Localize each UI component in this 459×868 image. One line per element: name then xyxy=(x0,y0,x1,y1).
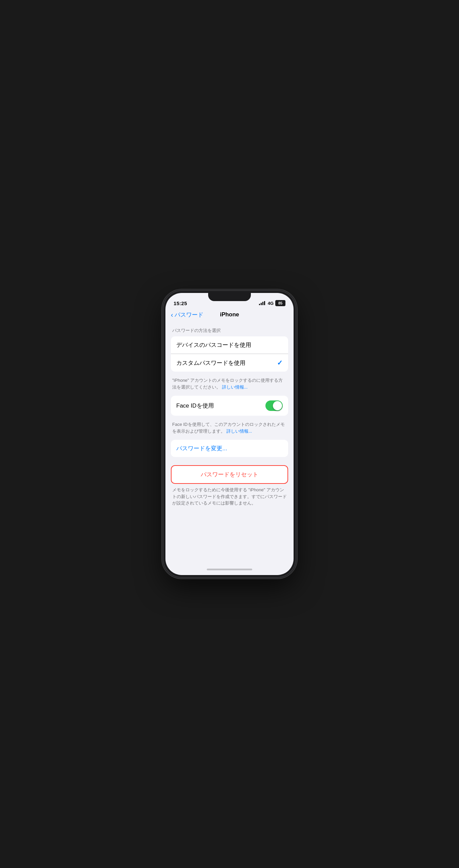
face-id-label: Face IDを使用 xyxy=(176,402,214,410)
content-area: パスワードの方法を選択 デバイスのパスコードを使用 カスタムパスワードを使用 ✓… xyxy=(165,321,294,564)
back-chevron-icon: ‹ xyxy=(171,311,173,318)
reset-password-section: パスワードをリセット メモをロックするために今後使用する "iPhone" アカ… xyxy=(171,465,288,509)
status-icons: 4G 85 xyxy=(259,300,285,306)
reset-password-description: メモをロックするために今後使用する "iPhone" アカウントの新しいパスワー… xyxy=(171,484,288,509)
password-options-card: デバイスのパスコードを使用 カスタムパスワードを使用 ✓ xyxy=(171,336,288,372)
custom-password-label: カスタムパスワードを使用 xyxy=(176,359,245,367)
checkmark-icon: ✓ xyxy=(277,359,283,367)
notch xyxy=(208,291,251,301)
phone-frame: 15:25 4G 85 ‹ パスワード iPhone xyxy=(163,291,296,577)
device-passcode-label: デバイスのパスコードを使用 xyxy=(176,341,251,349)
battery-icon: 85 xyxy=(275,300,285,306)
password-description: "iPhone" アカウントのメモをロックするのに使用する方法を選択してください… xyxy=(171,374,288,396)
nav-bar: ‹ パスワード iPhone xyxy=(165,310,294,321)
reset-password-button[interactable]: パスワードをリセット xyxy=(171,465,288,484)
face-id-card: Face IDを使用 xyxy=(171,396,288,416)
signal-type: 4G xyxy=(268,301,274,306)
page-title: iPhone xyxy=(220,311,239,318)
phone-screen: 15:25 4G 85 ‹ パスワード iPhone xyxy=(165,293,294,575)
home-indicator xyxy=(165,564,294,575)
face-id-description: Face IDを使用して、このアカウントのロックされたメモを表示および管理します… xyxy=(171,418,288,440)
change-password-label: パスワードを変更... xyxy=(176,445,227,452)
battery-level: 85 xyxy=(278,301,282,305)
home-bar xyxy=(207,569,252,570)
change-password-card[interactable]: パスワードを変更... xyxy=(171,440,288,457)
password-info-link[interactable]: 詳しい情報... xyxy=(222,384,248,390)
face-id-toggle[interactable] xyxy=(265,400,283,411)
back-label: パスワード xyxy=(175,311,203,319)
password-section-label: パスワードの方法を選択 xyxy=(171,328,288,334)
face-id-info-link[interactable]: 詳しい情報... xyxy=(226,429,252,434)
custom-password-option[interactable]: カスタムパスワードを使用 ✓ xyxy=(171,354,288,372)
device-passcode-option[interactable]: デバイスのパスコードを使用 xyxy=(171,336,288,354)
status-time: 15:25 xyxy=(174,300,187,306)
reset-password-label: パスワードをリセット xyxy=(201,471,258,478)
signal-bars-icon xyxy=(259,301,265,305)
toggle-knob xyxy=(273,401,282,410)
back-button[interactable]: ‹ パスワード xyxy=(171,311,203,319)
